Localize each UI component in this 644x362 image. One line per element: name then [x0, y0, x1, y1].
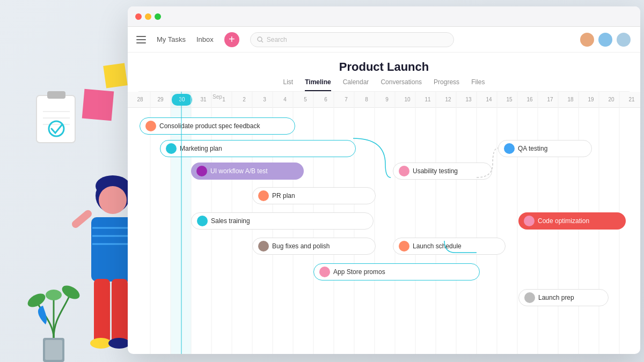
clipboard-decoration — [32, 90, 80, 144]
task-avatar — [399, 166, 409, 176]
task-avatar — [319, 267, 330, 277]
task-marketing-plan[interactable]: Marketing plan — [160, 140, 356, 157]
date-6: 6 — [316, 97, 336, 102]
top-nav: My Tasks Inbox + Search — [128, 27, 640, 53]
add-button[interactable]: + — [224, 32, 239, 47]
svg-point-16 — [108, 338, 130, 349]
task-label: QA testing — [518, 145, 547, 152]
date-16: 16 — [519, 97, 540, 102]
date-14: 14 — [479, 97, 499, 102]
tab-calendar[interactable]: Calendar — [343, 78, 369, 91]
task-ui-workflow[interactable]: UI workflow A/B test — [191, 162, 304, 180]
svg-rect-13 — [94, 279, 110, 343]
svg-rect-25 — [45, 340, 62, 360]
task-label: Sales training — [211, 217, 250, 225]
task-sales-training[interactable]: Sales training — [191, 212, 374, 230]
date-11: 11 — [418, 97, 438, 102]
inbox-link[interactable]: Inbox — [196, 35, 214, 43]
task-label: App Store promos — [333, 268, 385, 276]
task-avatar — [197, 216, 208, 226]
project-title: Product Launch — [138, 60, 630, 74]
date-2: 2 — [234, 97, 254, 102]
avatar-2 — [597, 32, 613, 48]
date-ruler: Sep 28 29 30 31 1 2 3 4 5 6 7 8 9 10 11 … — [128, 92, 640, 108]
task-label: UI workflow A/B test — [210, 167, 268, 175]
avatar-1 — [579, 32, 595, 48]
project-header: Product Launch List Timeline Calendar Co… — [128, 53, 640, 92]
task-avatar — [504, 143, 515, 154]
svg-line-30 — [261, 41, 263, 42]
task-label: Usability testing — [413, 167, 458, 175]
date-31: 31 — [193, 97, 214, 102]
svg-rect-17 — [70, 209, 93, 230]
hamburger-menu-button[interactable] — [136, 36, 146, 43]
traffic-light-yellow[interactable] — [145, 13, 151, 20]
task-code-optimization[interactable]: Code optimization — [518, 212, 626, 230]
app-window: My Tasks Inbox + Search Product Launch L… — [128, 6, 640, 354]
date-12: 12 — [438, 97, 458, 102]
task-label: Code optimization — [538, 217, 589, 225]
task-avatar — [166, 143, 177, 154]
task-avatar — [145, 121, 156, 131]
date-8: 8 — [356, 97, 377, 102]
svg-rect-1 — [47, 91, 65, 99]
date-20: 20 — [601, 97, 621, 102]
task-label: Consolidate product spec feedback — [159, 122, 260, 130]
avatars-group — [579, 32, 632, 48]
date-3: 3 — [254, 97, 275, 102]
date-7: 7 — [336, 97, 356, 102]
task-consolidate[interactable]: Consolidate product spec feedback — [140, 117, 295, 135]
task-qa-testing[interactable]: QA testing — [498, 140, 592, 157]
project-tabs: List Timeline Calendar Conversations Pro… — [138, 78, 630, 92]
sticky-note-yellow — [103, 63, 127, 88]
search-bar[interactable]: Search — [250, 32, 454, 47]
tab-list[interactable]: List — [283, 78, 294, 91]
date-4: 4 — [275, 97, 295, 102]
task-label: Launch schedule — [413, 242, 462, 250]
task-usability-testing[interactable]: Usability testing — [393, 162, 492, 180]
search-icon — [257, 36, 264, 43]
month-label: Sep — [213, 94, 222, 100]
date-17: 17 — [540, 97, 560, 102]
tab-files[interactable]: Files — [471, 78, 485, 91]
task-launch-schedule[interactable]: Launch schedule — [393, 238, 506, 255]
date-13: 13 — [458, 97, 479, 102]
svg-point-29 — [258, 37, 262, 41]
tab-progress[interactable]: Progress — [434, 78, 459, 91]
my-tasks-link[interactable]: My Tasks — [157, 35, 186, 43]
date-10: 10 — [397, 97, 418, 102]
task-label: Bug fixes and polish — [272, 242, 330, 250]
date-19: 19 — [581, 97, 601, 102]
task-avatar — [258, 190, 269, 201]
date-21: 21 — [621, 97, 640, 102]
task-launch-prep[interactable]: Launch prep — [518, 289, 609, 306]
svg-point-28 — [46, 290, 62, 300]
tasks-container: Consolidate product spec feedback Market… — [128, 108, 640, 354]
task-app-store-promos[interactable]: App Store promos — [313, 263, 480, 280]
task-avatar — [399, 241, 409, 252]
date-28: 28 — [130, 97, 150, 102]
title-bar — [128, 6, 640, 27]
date-15: 15 — [499, 97, 519, 102]
traffic-light-red[interactable] — [135, 13, 142, 20]
task-pr-plan[interactable]: PR plan — [252, 187, 376, 204]
svg-point-26 — [27, 291, 48, 309]
task-label: PR plan — [272, 192, 295, 200]
tab-conversations[interactable]: Conversations — [380, 78, 422, 91]
traffic-light-green[interactable] — [155, 13, 161, 20]
task-avatar — [524, 292, 535, 303]
task-label: Marketing plan — [180, 145, 222, 152]
svg-point-27 — [60, 283, 80, 301]
date-5: 5 — [295, 97, 316, 102]
date-9: 9 — [377, 97, 397, 102]
avatar-3 — [616, 32, 632, 48]
svg-rect-14 — [112, 279, 128, 343]
task-avatar — [196, 166, 207, 176]
task-label: Launch prep — [538, 294, 574, 301]
search-placeholder: Search — [267, 36, 287, 43]
svg-point-8 — [99, 186, 127, 214]
tab-timeline[interactable]: Timeline — [305, 78, 331, 91]
date-18: 18 — [560, 97, 581, 102]
task-bug-fixes[interactable]: Bug fixes and polish — [252, 238, 376, 255]
date-29: 29 — [150, 97, 171, 102]
